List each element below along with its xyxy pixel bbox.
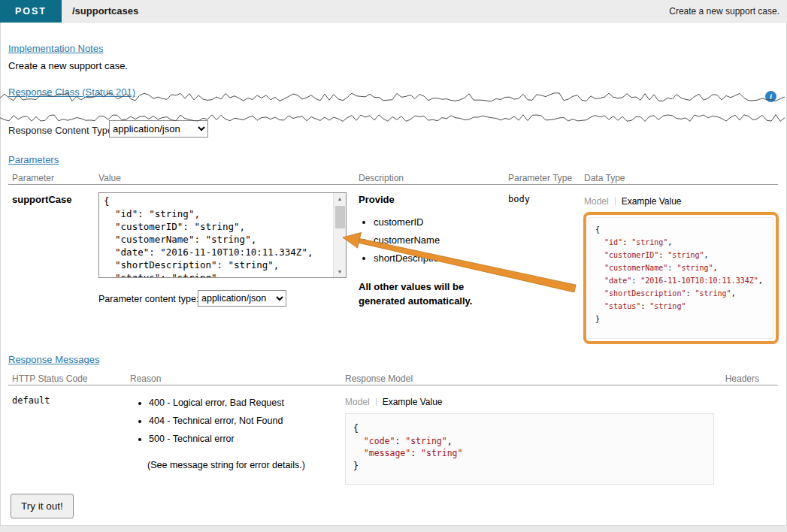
info-icon[interactable]: i [765,91,776,102]
swagger-operation-panel: POST /supportcases Create a new support … [0,0,787,532]
reason-bullet: 500 - Technical error [149,434,284,444]
description-note: All other values will be generated autom… [359,280,505,308]
description-bullet: customerID [374,217,444,228]
reason-note: (See message string for error details.) [147,460,305,470]
tab-divider [376,397,377,406]
operation-header[interactable]: POST /supportcases Create a new support … [0,0,787,23]
reason-bullet: 400 - Logical error, Bad Request [149,398,284,408]
response-model-tabs: ModelExample Value [345,397,443,407]
column-header-parameter: Parameter [12,173,54,183]
tab-model[interactable]: Model [345,397,370,407]
textarea-scrollbar[interactable]: ▲ ▼ [333,193,346,277]
example-value-panel: { "id": "string", "customerID": "string"… [589,217,773,339]
description-bullet-list: customerID customerName shortDescription [359,217,444,271]
http-status-code-value: default [12,395,50,406]
response-model-panel: { "code": "string", "message": "string"} [345,413,714,485]
implementation-notes-text: Create a new support case. [8,60,128,71]
scroll-down-icon[interactable]: ▼ [334,266,346,277]
column-header-description: Description [359,173,404,183]
column-header-response-model: Response Model [345,373,413,384]
endpoint-path[interactable]: /supportcases [72,0,138,23]
operation-summary: Create a new support case. [669,0,779,23]
highlight-box: { "id": "string", "customerID": "string"… [583,212,779,344]
column-header-reason: Reason [130,373,161,384]
parameter-value-textarea[interactable]: { "id": "string", "customerID": "string"… [99,193,333,277]
parameter-value-editor: { "id": "string", "customerID": "string"… [98,192,347,278]
try-it-out-button[interactable]: Try it out! [11,494,74,518]
response-messages-heading: Response Messages [8,354,99,365]
tab-divider [615,197,616,205]
page-footer [0,525,787,532]
response-content-type-label: Response Content Type [8,125,113,136]
method-badge[interactable]: POST [0,0,62,23]
description-bullet: shortDescription [374,253,444,264]
scroll-up-icon[interactable]: ▲ [334,193,346,204]
reason-bullet: 404 - Technical error, Not Found [149,416,284,426]
scrollbar-thumb[interactable] [335,206,345,228]
implementation-notes-heading: Implementation Notes [8,43,103,54]
parameter-content-type-label: Parameter content type: [98,294,198,304]
response-messages-header-divider [8,385,778,385]
example-value-json: { "id": "string", "customerID": "string"… [595,223,767,325]
tab-model[interactable]: Model [584,196,609,207]
column-header-data-type: Data Type [584,173,625,183]
tab-example-value[interactable]: Example Value [383,397,443,407]
response-content-type-select[interactable]: application/json [109,120,208,138]
parameters-heading: Parameters [8,154,59,165]
response-class-heading: Response Class (Status 201) [8,86,135,98]
parameter-type-value: body [508,194,530,204]
reason-bullet-list: 400 - Logical error, Bad Request 404 - T… [139,398,284,452]
column-header-parameter-type: Parameter Type [508,173,572,183]
parameters-header-divider [8,184,778,185]
column-header-headers: Headers [725,373,759,384]
parameter-name: supportCase [12,194,71,205]
parameter-content-type-select[interactable]: application/json [198,290,286,307]
column-header-http-status-code: HTTP Status Code [12,373,88,384]
description-intro: Provide [359,194,395,205]
data-type-tabs: ModelExample Value [584,196,682,207]
response-model-json: { "code": "string", "message": "string"} [353,422,706,472]
description-bullet: customerName [374,235,444,246]
column-header-value: Value [98,173,121,183]
tab-example-value[interactable]: Example Value [622,196,682,207]
